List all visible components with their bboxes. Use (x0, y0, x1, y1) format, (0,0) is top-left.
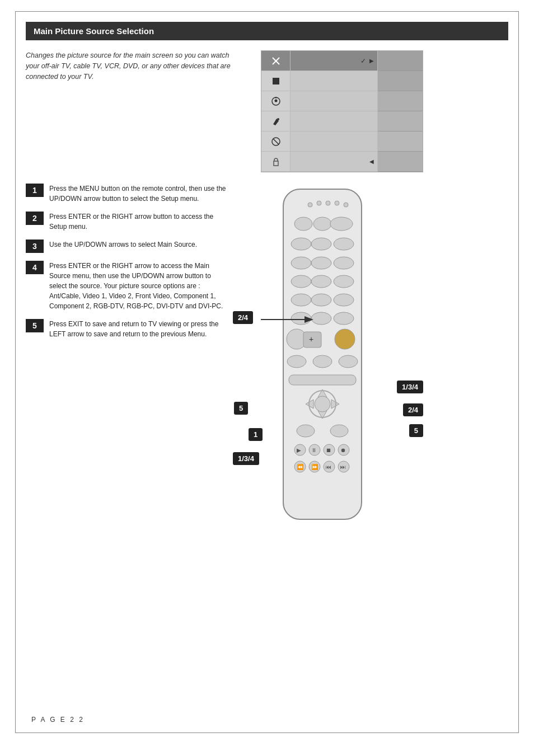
menu-right-row-1 (378, 51, 423, 71)
step-4-text: Press ENTER or the RIGHT arrow to access… (49, 261, 227, 311)
menu-right-row-6 (378, 152, 423, 172)
step-4-row: 4 Press ENTER or the RIGHT arrow to acce… (26, 261, 227, 311)
svg-point-24 (334, 257, 354, 269)
svg-text:⏺: ⏺ (340, 447, 346, 453)
step-2-badge: 2 (26, 212, 44, 225)
svg-point-49 (330, 425, 348, 437)
step-2-row: 2 Press ENTER or the RIGHT arrow button … (26, 212, 227, 232)
step-3-badge: 3 (26, 240, 44, 253)
menu-center-row-5 (291, 132, 377, 152)
badge-1-3-4-right: 1/3/4 (397, 381, 423, 393)
svg-point-37 (335, 329, 355, 349)
badge-5-left: 5 (234, 402, 248, 415)
menu-center-row-1: ▶ ✓ (291, 51, 377, 71)
svg-rect-41 (289, 375, 356, 385)
menu-screenshot-col: ▶ ✓ ◀ (250, 50, 423, 172)
step-3-text: Use the UP/DOWN arrows to select Main So… (49, 240, 197, 250)
svg-point-15 (344, 203, 348, 207)
arrow-right-icon: ▶ (369, 58, 374, 64)
svg-point-39 (313, 355, 332, 368)
svg-text:⏩: ⏩ (311, 463, 318, 471)
menu-icon-row-5 (261, 132, 290, 152)
svg-point-4 (274, 99, 277, 102)
svg-point-14 (335, 201, 339, 205)
svg-point-40 (339, 355, 358, 368)
svg-point-28 (291, 294, 311, 306)
badge-1-3-4-bottom: 1/3/4 (233, 452, 259, 465)
step-2-text: Press ENTER or the RIGHT arrow button to… (49, 212, 227, 232)
svg-point-30 (334, 294, 354, 306)
svg-point-38 (287, 355, 306, 368)
svg-point-12 (317, 201, 321, 205)
menu-right (378, 51, 423, 172)
step-3-row: 3 Use the UP/DOWN arrows to select Main … (26, 240, 227, 253)
remote-diagram: + (233, 184, 423, 530)
section-title: Main Picture Source Selection (34, 26, 154, 36)
step-5-text: Press EXIT to save and return to TV view… (49, 319, 227, 339)
svg-text:⏹: ⏹ (326, 447, 331, 453)
svg-line-8 (273, 139, 279, 144)
remote-area: + (233, 184, 423, 530)
menu-right-row-2 (378, 71, 423, 91)
menu-icon-row-6 (261, 152, 290, 172)
svg-point-13 (326, 201, 330, 205)
check-icon: ✓ (360, 57, 366, 65)
menu-center-row-4 (291, 111, 377, 132)
menu-right-row-4 (378, 111, 423, 132)
svg-point-11 (308, 203, 312, 207)
page-number: P A G E 2 2 (31, 716, 85, 724)
arrow-left-icon: ◀ (369, 158, 374, 165)
intro-text: Changes the picture source for the main … (26, 50, 238, 82)
svg-point-33 (334, 312, 354, 325)
svg-text:⏪: ⏪ (297, 463, 304, 471)
menu-icons (261, 51, 291, 172)
remote-svg: + (272, 184, 373, 530)
section-header: Main Picture Source Selection (26, 22, 508, 40)
svg-text:⏸: ⏸ (311, 447, 317, 453)
svg-text:⏭: ⏭ (340, 464, 346, 470)
top-content: Changes the picture source for the main … (16, 40, 518, 172)
svg-point-46 (315, 396, 330, 412)
step-5-row: 5 Press EXIT to save and return to TV vi… (26, 319, 227, 339)
svg-point-19 (291, 238, 311, 250)
intro-col: Changes the picture source for the main … (26, 50, 238, 172)
svg-point-17 (313, 217, 331, 231)
menu-icon-row-4 (261, 111, 290, 132)
svg-point-26 (311, 275, 331, 288)
steps-section: 1 Press the MENU button on the remote co… (16, 172, 518, 530)
svg-point-23 (311, 257, 331, 269)
svg-text:+: + (309, 335, 313, 344)
badge-2-4-left: 2/4 (233, 311, 253, 324)
menu-right-row-5 (378, 132, 423, 152)
svg-point-25 (291, 275, 311, 288)
step-1-text: Press the MENU button on the remote cont… (49, 184, 227, 204)
menu-icon-row-2 (261, 71, 290, 91)
svg-rect-9 (274, 161, 278, 166)
svg-point-18 (330, 217, 353, 231)
svg-point-20 (311, 238, 331, 250)
svg-text:▶: ▶ (297, 447, 301, 453)
svg-text:⏮: ⏮ (326, 464, 331, 470)
svg-point-48 (297, 425, 315, 437)
menu-icon-row-1 (261, 51, 290, 71)
menu-center-row-3 (291, 91, 377, 111)
step-1-badge: 1 (26, 184, 44, 197)
step-5-badge: 5 (26, 319, 44, 332)
badge-5-right: 5 (409, 424, 423, 437)
svg-point-27 (334, 275, 354, 288)
badge-2-4-right: 2/4 (403, 403, 423, 416)
svg-point-22 (291, 257, 311, 269)
menu-center-row-6: ◀ (291, 152, 377, 172)
menu-mockup: ▶ ✓ ◀ (261, 50, 423, 172)
steps-list: 1 Press the MENU button on the remote co… (26, 184, 227, 530)
page: Main Picture Source Selection Changes th… (15, 11, 519, 733)
svg-rect-2 (273, 78, 279, 84)
svg-point-16 (294, 217, 312, 231)
svg-point-21 (334, 238, 354, 250)
svg-point-6 (277, 118, 279, 120)
menu-center: ▶ ✓ ◀ (291, 51, 378, 172)
menu-center-row-2 (291, 71, 377, 91)
step-1-row: 1 Press the MENU button on the remote co… (26, 184, 227, 204)
svg-point-31 (291, 312, 311, 325)
badge-1-left: 1 (249, 428, 263, 441)
